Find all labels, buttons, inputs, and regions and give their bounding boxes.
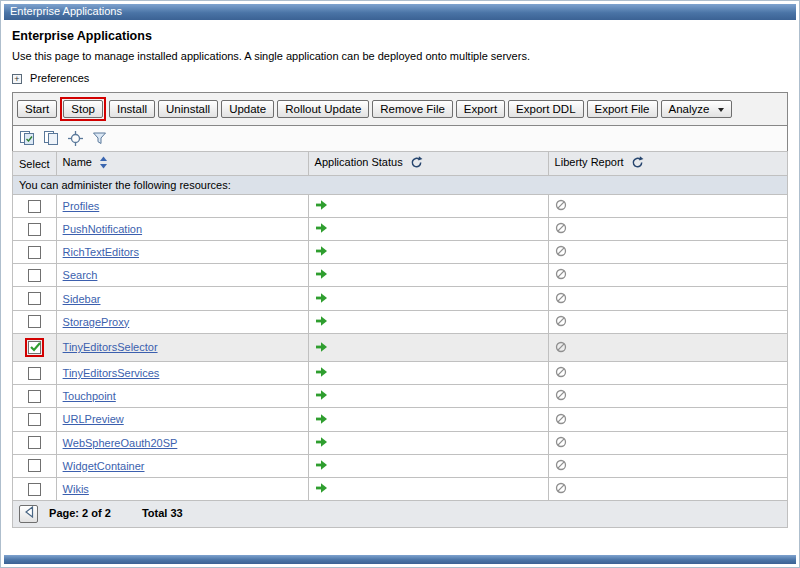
show-filter-icon[interactable] bbox=[67, 130, 84, 147]
name-cell: WebSphereOauth20SP bbox=[56, 431, 308, 454]
toolbar-button-analyze[interactable]: Analyze bbox=[661, 100, 732, 118]
no-report-icon bbox=[555, 413, 567, 427]
table-row: PushNotification bbox=[13, 218, 788, 241]
toolbar-button-stop[interactable]: Stop bbox=[63, 100, 103, 118]
page-title: Enterprise Applications bbox=[12, 29, 788, 43]
select-cell bbox=[13, 362, 57, 385]
application-link[interactable]: PushNotification bbox=[63, 223, 143, 235]
no-report-icon bbox=[555, 315, 567, 329]
liberty-report-cell bbox=[548, 333, 787, 362]
table-row: URLPreview bbox=[13, 408, 788, 431]
application-status-cell bbox=[308, 310, 548, 333]
application-started-icon bbox=[315, 199, 328, 213]
toolbar-button-install[interactable]: Install bbox=[109, 100, 155, 118]
select-all-icon[interactable] bbox=[19, 130, 36, 147]
table-header-row: Select Name Application Status Liberty R… bbox=[13, 152, 788, 176]
name-cell: StorageProxy bbox=[56, 310, 308, 333]
no-report-icon bbox=[555, 199, 567, 213]
liberty-report-cell bbox=[548, 195, 787, 218]
name-cell: RichTextEditors bbox=[56, 241, 308, 264]
table-row: TinyEditorsServices bbox=[13, 362, 788, 385]
liberty-report-cell bbox=[548, 454, 787, 477]
application-status-cell bbox=[308, 385, 548, 408]
row-checkbox[interactable] bbox=[28, 390, 41, 403]
column-header-name[interactable]: Name bbox=[56, 152, 308, 176]
application-status-cell bbox=[308, 287, 548, 310]
row-checkbox[interactable] bbox=[28, 341, 41, 354]
application-link[interactable]: Profiles bbox=[63, 200, 100, 212]
application-started-icon bbox=[315, 245, 328, 259]
application-link[interactable]: TinyEditorsServices bbox=[63, 367, 160, 379]
refresh-status-icon[interactable] bbox=[410, 159, 423, 171]
application-started-icon bbox=[315, 482, 328, 496]
name-cell: TinyEditorsSelector bbox=[56, 333, 308, 362]
no-report-icon bbox=[555, 366, 567, 380]
deselect-all-icon[interactable] bbox=[43, 130, 60, 147]
application-status-cell bbox=[308, 241, 548, 264]
select-cell bbox=[13, 287, 57, 310]
no-report-icon bbox=[555, 436, 567, 450]
toolbar-button-export-file[interactable]: Export File bbox=[587, 100, 658, 118]
liberty-report-cell bbox=[548, 264, 787, 287]
no-report-icon bbox=[555, 222, 567, 236]
row-checkbox[interactable] bbox=[28, 223, 41, 236]
application-started-icon bbox=[315, 389, 328, 403]
application-link[interactable]: StorageProxy bbox=[63, 316, 130, 328]
row-checkbox[interactable] bbox=[28, 483, 41, 496]
table-row: Sidebar bbox=[13, 287, 788, 310]
toolbar-button-remove-file[interactable]: Remove File bbox=[372, 100, 453, 118]
liberty-report-cell bbox=[548, 408, 787, 431]
row-checkbox[interactable] bbox=[28, 436, 41, 449]
select-cell bbox=[13, 477, 57, 500]
no-report-icon bbox=[555, 459, 567, 473]
sort-icon[interactable] bbox=[99, 159, 108, 171]
row-checkbox[interactable] bbox=[28, 413, 41, 426]
application-link[interactable]: TinyEditorsSelector bbox=[63, 341, 158, 353]
application-started-icon bbox=[315, 366, 328, 380]
hide-filter-icon[interactable] bbox=[91, 130, 108, 147]
row-checkbox[interactable] bbox=[28, 200, 41, 213]
toolbar-button-update[interactable]: Update bbox=[221, 100, 274, 118]
row-checkbox[interactable] bbox=[28, 367, 41, 380]
select-cell bbox=[13, 241, 57, 264]
previous-page-button[interactable] bbox=[19, 505, 38, 523]
select-cell bbox=[13, 264, 57, 287]
toolbar-button-rollout-update[interactable]: Rollout Update bbox=[277, 100, 369, 118]
expand-plus-icon[interactable]: + bbox=[12, 74, 22, 84]
application-link[interactable]: Sidebar bbox=[63, 293, 101, 305]
toolbar-button-export[interactable]: Export bbox=[456, 100, 505, 118]
name-cell: TinyEditorsServices bbox=[56, 362, 308, 385]
liberty-report-cell bbox=[548, 362, 787, 385]
select-cell bbox=[13, 408, 57, 431]
select-cell bbox=[13, 385, 57, 408]
application-link[interactable]: Wikis bbox=[63, 483, 89, 495]
application-started-icon bbox=[315, 341, 328, 355]
table-row: WidgetContainer bbox=[13, 454, 788, 477]
row-checkbox[interactable] bbox=[28, 269, 41, 282]
preferences-label[interactable]: Preferences bbox=[30, 72, 89, 84]
row-checkbox[interactable] bbox=[28, 459, 41, 472]
row-checkbox[interactable] bbox=[28, 315, 41, 328]
no-report-icon bbox=[555, 245, 567, 259]
name-cell: Search bbox=[56, 264, 308, 287]
application-link[interactable]: WebSphereOauth20SP bbox=[63, 437, 178, 449]
row-checkbox[interactable] bbox=[28, 292, 41, 305]
application-link[interactable]: URLPreview bbox=[63, 413, 124, 425]
admin-note-row: You can administer the following resourc… bbox=[13, 176, 788, 195]
table-icon-toolbar bbox=[12, 126, 788, 152]
row-checkbox[interactable] bbox=[28, 246, 41, 259]
application-link[interactable]: RichTextEditors bbox=[63, 246, 139, 258]
application-status-cell bbox=[308, 477, 548, 500]
application-link[interactable]: Touchpoint bbox=[63, 390, 116, 402]
application-link[interactable]: Search bbox=[63, 269, 98, 281]
application-link[interactable]: WidgetContainer bbox=[63, 460, 145, 472]
name-cell: Wikis bbox=[56, 477, 308, 500]
refresh-report-icon[interactable] bbox=[631, 159, 644, 171]
toolbar-button-uninstall[interactable]: Uninstall bbox=[158, 100, 218, 118]
toolbar-button-start[interactable]: Start bbox=[17, 100, 57, 118]
liberty-report-cell bbox=[548, 218, 787, 241]
select-cell bbox=[13, 333, 57, 362]
application-status-cell bbox=[308, 218, 548, 241]
application-started-icon bbox=[315, 292, 328, 306]
toolbar-button-export-ddl[interactable]: Export DDL bbox=[508, 100, 583, 118]
